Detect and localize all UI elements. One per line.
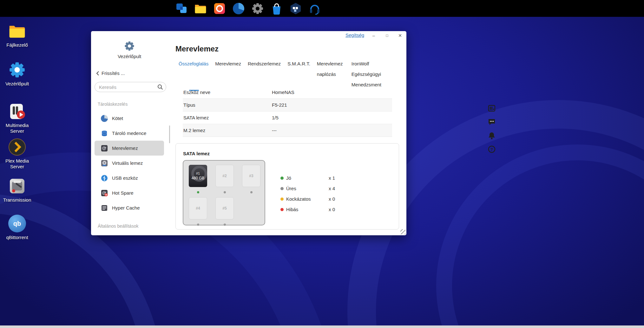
support-headset-icon[interactable] [308, 2, 321, 15]
desktop-icon-transmission[interactable]: Transmission [0, 177, 34, 203]
sata-disk-panel: SATA lemez #1 480 GB #2 #3 #4 [175, 143, 399, 230]
sata-panel-title: SATA lemez [183, 151, 210, 156]
apps-grid-icon[interactable] [175, 2, 188, 15]
plex-icon [8, 138, 26, 156]
folder-icon [8, 22, 26, 40]
app-name: Vezérlőpult [118, 54, 141, 59]
hdd-icon [101, 145, 108, 152]
section-general-label: Általános beállítások [98, 224, 138, 229]
hyper-cache-icon [101, 204, 108, 211]
desktop-icon-label: Fájlkezelő [6, 42, 28, 48]
desktop-icon-plex[interactable]: Plex Media Server [0, 138, 34, 170]
sidebar-item-merevlemez[interactable]: Merevlemez [95, 141, 164, 156]
qbittorrent-icon: qb [8, 215, 26, 232]
search-input[interactable] [95, 82, 166, 92]
transmission-icon [8, 177, 26, 195]
drive-bay-3[interactable]: #3 [242, 165, 260, 187]
bay-4-status-dot [197, 224, 199, 226]
desktop-icon-label: Plex Media Server [0, 158, 34, 170]
svg-text:?: ? [490, 147, 493, 152]
table-row: Eszköz neve HomeNAS [183, 90, 392, 99]
status-dot-bad [280, 208, 284, 211]
status-dot-empty [280, 187, 284, 190]
desktop-icon-multimedia-server[interactable]: Multimedia Server [0, 103, 34, 134]
chevron-left-icon [96, 71, 99, 76]
bottom-edge-bar [0, 325, 644, 328]
usb-icon [101, 175, 108, 182]
sidebar-item-hot-spare[interactable]: Hot Spare [95, 185, 166, 200]
desktop-icon-label: Multimedia Server [0, 123, 34, 134]
bay-5-status-dot [224, 224, 226, 226]
notifications-bell-icon[interactable] [488, 131, 496, 140]
bay-2-status-dot [224, 191, 226, 193]
sidebar-item-tarolo-medence[interactable]: Tároló medence [95, 126, 166, 141]
sidebar-item-usb-eszkoz[interactable]: USB eszköz [95, 171, 166, 185]
help-icon[interactable]: ? [488, 145, 496, 153]
desktop-icon-control-panel[interactable]: Vezérlőpult [0, 61, 34, 87]
sidebar-item-kotet[interactable]: Kötet [95, 111, 166, 126]
sidebar-app-header: Vezérlőpult [91, 41, 168, 59]
desktop-icon-label: qBittorrent [6, 235, 28, 240]
drive-bay-5[interactable]: #5 [215, 197, 234, 219]
bay-3-status-dot [250, 191, 253, 193]
tab-rendszerlemez[interactable]: Rendszerlemez [248, 58, 281, 69]
tab-merevlemez[interactable]: Merevlemez [215, 58, 241, 69]
backup-clock-icon[interactable] [232, 2, 245, 15]
taskbar [0, 0, 644, 17]
legend-item-ok: Jó x 1 [280, 175, 335, 181]
sidebar-item-hyper-cache[interactable]: Hyper Cache [95, 200, 166, 215]
drive-bay-1[interactable]: #1 480 GB [189, 165, 207, 187]
control-panel-gear-icon[interactable] [251, 2, 264, 15]
legend-item-bad: Hibás x 0 [280, 207, 335, 212]
multimedia-icon[interactable] [213, 2, 226, 15]
window-sidebar: Vezérlőpult Frissítés ... Tároláskezelés… [91, 31, 170, 235]
back-label: Frissítés ... [102, 70, 125, 76]
file-manager-icon[interactable] [194, 2, 207, 15]
back-navigation[interactable]: Frissítés ... [96, 70, 125, 76]
storage-pool-icon [101, 130, 108, 137]
sidebar-nav: Kötet Tároló medence Merevlemez Virtuáli… [95, 111, 166, 215]
section-storage-label: Tároláskezelés [98, 102, 128, 107]
desktop-icon-qbittorrent[interactable]: qb qBittorrent [0, 215, 34, 240]
side-toolbar: ? [488, 104, 496, 153]
tab-merevlemez-naplozas[interactable]: Merevlemez naplózás [317, 58, 345, 79]
virtual-disk-icon [101, 160, 108, 167]
legend-item-empty: Üres x 4 [280, 186, 335, 191]
tab-osszefoglalas[interactable]: Összefoglalás [179, 58, 208, 69]
system-monitor-icon[interactable] [488, 104, 496, 112]
sidebar-scrollbar[interactable] [169, 125, 170, 143]
tab-bar: Összefoglalás Merevlemez Rendszerlemez S… [179, 58, 383, 90]
window-main: Merevlemez Összefoglalás Merevlemez Rend… [170, 31, 406, 235]
drive-bay-2[interactable]: #2 [215, 165, 234, 187]
desktop-icon-file-manager[interactable]: Fájlkezelő [0, 22, 34, 48]
docker-icon[interactable] [289, 2, 302, 15]
drive-enclosure: #1 480 GB #2 #3 #4 #5 [183, 160, 265, 225]
table-row: Típus F5-221 [183, 99, 392, 111]
desktop-icon-label: Transmission [3, 197, 31, 203]
screen: { "colors": { "accent_blue": "#2e7cc4", … [0, 0, 644, 328]
status-dot-ok [280, 177, 284, 180]
bay-1-status-dot [197, 191, 199, 193]
nas-play-icon [8, 103, 26, 120]
app-center-icon[interactable] [270, 2, 283, 15]
gear-icon [8, 61, 26, 79]
tab-smart[interactable]: S.M.A.R.T. [287, 58, 310, 69]
desktop-icon-label: Vezérlőpult [5, 81, 29, 87]
sidebar-item-virtualis-lemez[interactable]: Virtuális lemez [95, 156, 166, 171]
window-resize-handle[interactable] [400, 229, 405, 234]
search-icon [157, 84, 163, 90]
status-dot-risk [280, 197, 284, 201]
table-row: M.2 lemez --- [183, 124, 392, 137]
control-panel-gear-icon [124, 41, 135, 51]
control-panel-window: Segítség – □ ✕ Vezérlőpult Frissítés ...… [91, 31, 406, 235]
legend-item-risk: Kockázatos x 0 [280, 196, 335, 202]
device-info-table: Eszköz neve HomeNAS Típus F5-221 SATA le… [183, 90, 392, 137]
page-title: Merevlemez [175, 44, 219, 53]
hot-spare-icon [101, 190, 108, 197]
app-dock [175, 2, 321, 15]
table-row: SATA lemez 1/5 [183, 111, 392, 124]
content-scroll-area[interactable]: Eszköz neve HomeNAS Típus F5-221 SATA le… [175, 90, 401, 230]
tab-ironwolf[interactable]: IronWolf Egészségügyi Menedzsment [352, 58, 383, 90]
messages-icon[interactable] [488, 118, 496, 126]
drive-bay-4[interactable]: #4 [189, 197, 207, 219]
